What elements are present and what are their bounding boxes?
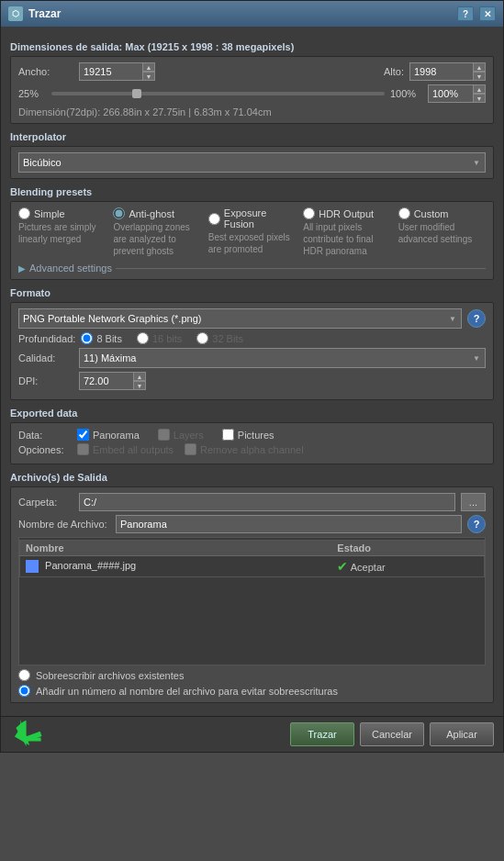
- embed-check-item: Embed all outputs: [77, 443, 174, 455]
- calidad-select[interactable]: 11) Máxima: [79, 348, 486, 368]
- format-info-button[interactable]: ?: [467, 309, 486, 328]
- profundidad-row: Profundidad: 8 Bits 16 bits 32 Bits: [18, 332, 486, 344]
- depth-32bit-radio[interactable]: [196, 332, 208, 344]
- preset-exposure-radio[interactable]: [208, 213, 220, 225]
- trazar-button[interactable]: Trazar: [290, 722, 354, 746]
- alto-down-btn[interactable]: ▼: [473, 72, 486, 81]
- output-dims-title: Dimensiones de salida: Max (19215 x 1998…: [10, 41, 494, 52]
- layers-check-item: Layers: [158, 429, 204, 441]
- preset-hdr-name: HDR Output: [319, 208, 374, 219]
- calidad-select-wrapper: 11) Máxima: [79, 348, 486, 368]
- nombre-info-button[interactable]: ?: [467, 515, 486, 533]
- depth-8bit-radio[interactable]: [81, 332, 93, 344]
- embed-checkbox[interactable]: [77, 443, 89, 455]
- format-select-wrapper: PNG Portable Network Graphics (*.png): [18, 308, 462, 329]
- pictures-check-item: Pictures: [222, 429, 274, 441]
- depth-16bit: 16 bits: [137, 332, 182, 344]
- pct-up-btn[interactable]: ▲: [473, 84, 486, 94]
- file-status-cell: ✔ Aceptar: [331, 556, 484, 577]
- remove-alpha-label: Remove alpha channel: [200, 444, 304, 455]
- pct-down-btn[interactable]: ▼: [473, 94, 486, 103]
- output-dims-box: Ancho: ▲ ▼ Alto: ▲ ▼: [10, 56, 494, 124]
- panorama-checkbox[interactable]: [77, 429, 89, 441]
- preset-simple-name: Simple: [34, 208, 65, 219]
- pct-left-label: 25%: [18, 88, 46, 99]
- col-nombre: Nombre: [20, 541, 332, 556]
- depth-radio-group: 8 Bits 16 bits 32 Bits: [81, 332, 243, 344]
- close-button[interactable]: ✕: [479, 6, 496, 21]
- advanced-settings-toggle[interactable]: ▶: [18, 263, 26, 274]
- nombre-input[interactable]: [116, 515, 462, 533]
- archivo-salida-title: Archivo(s) de Salida: [10, 472, 494, 483]
- dpi-down-btn[interactable]: ▼: [133, 381, 146, 390]
- preset-custom-radio[interactable]: [398, 207, 410, 219]
- advanced-settings-label: Advanced settings: [29, 263, 112, 274]
- add-number-radio-row: Añadir un número al nombre del archivo p…: [18, 685, 486, 697]
- titlebar: ⬡ Trazar ? ✕: [1, 1, 503, 27]
- alto-up-btn[interactable]: ▲: [473, 62, 486, 72]
- overwrite-label: Sobreescribir archivos existentes: [36, 670, 184, 681]
- help-button[interactable]: ?: [457, 6, 474, 21]
- data-row: Data: Panorama Layers Pictures: [18, 429, 486, 441]
- panorama-check-item: Panorama: [77, 429, 140, 441]
- exported-data-box: Data: Panorama Layers Pictures Opciones:: [10, 422, 494, 464]
- preset-simple: Simple Pictures are simply linearly merg…: [18, 207, 106, 257]
- browse-button[interactable]: ...: [461, 493, 486, 511]
- nombre-row: Nombre de Archivo: ?: [18, 515, 486, 533]
- overwrite-radio-row: Sobreescribir archivos existentes: [18, 669, 486, 681]
- preset-simple-radio[interactable]: [18, 207, 30, 219]
- format-select[interactable]: PNG Portable Network Graphics (*.png): [18, 308, 462, 329]
- preset-hdr-output: HDR Output All input pixels contribute t…: [303, 207, 390, 257]
- overwrite-radio[interactable]: [18, 669, 30, 681]
- interpolator-select[interactable]: Bicúbico: [18, 152, 486, 173]
- layers-checkbox[interactable]: [158, 429, 170, 441]
- alto-label: Alto:: [384, 66, 404, 77]
- arrow-icon: [10, 710, 47, 748]
- col-estado: Estado: [331, 541, 484, 556]
- preset-exposure-name: Exposure Fusion: [224, 207, 296, 229]
- remove-alpha-check-item: Remove alpha channel: [185, 443, 304, 455]
- zoom-slider[interactable]: [51, 92, 385, 95]
- preset-custom-desc: User modified advanced settings: [398, 221, 486, 245]
- alto-spinbox: ▲ ▼: [409, 62, 486, 81]
- preset-custom-name: Custom: [414, 208, 449, 219]
- embed-label: Embed all outputs: [93, 444, 174, 455]
- depth-16bit-label: 16 bits: [152, 333, 182, 344]
- ancho-spinbox: ▲ ▼: [79, 62, 155, 81]
- carpeta-row: Carpeta: ...: [18, 493, 486, 511]
- depth-8bit: 8 Bits: [81, 332, 122, 344]
- ancho-down-btn[interactable]: ▼: [142, 72, 155, 81]
- preset-anti-ghost-radio[interactable]: [113, 207, 125, 219]
- ancho-input[interactable]: [79, 62, 143, 81]
- blending-box: Simple Pictures are simply linearly merg…: [10, 201, 494, 280]
- alto-input[interactable]: [409, 62, 474, 81]
- preset-custom: Custom User modified advanced settings: [398, 207, 486, 257]
- interpolator-title: Interpolator: [10, 131, 494, 142]
- aplicar-button[interactable]: Aplicar: [430, 722, 494, 746]
- advanced-settings-row: ▶ Advanced settings: [18, 263, 486, 274]
- depth-32bit-label: 32 Bits: [212, 333, 243, 344]
- data-label: Data:: [18, 430, 73, 441]
- preset-simple-desc: Pictures are simply linearly merged: [18, 221, 106, 245]
- depth-32bit: 32 Bits: [196, 332, 243, 344]
- opciones-label: Opciones:: [18, 444, 73, 455]
- add-number-radio[interactable]: [18, 685, 30, 697]
- pct-right-label: 100%: [390, 88, 422, 99]
- dpi-input[interactable]: [79, 372, 134, 390]
- preset-hdr-radio[interactable]: [303, 207, 315, 219]
- carpeta-input[interactable]: [79, 493, 455, 511]
- file-status: Aceptar: [351, 562, 386, 573]
- pictures-checkbox[interactable]: [222, 429, 234, 441]
- cancelar-button[interactable]: Cancelar: [360, 722, 424, 746]
- pct-input[interactable]: [428, 84, 474, 103]
- carpeta-label: Carpeta:: [18, 497, 73, 508]
- dpi-up-btn[interactable]: ▲: [133, 372, 146, 381]
- remove-alpha-checkbox[interactable]: [185, 443, 196, 455]
- file-icon: [26, 560, 39, 573]
- depth-16bit-radio[interactable]: [137, 332, 149, 344]
- file-name-cell: Panorama_####.jpg: [20, 556, 332, 577]
- ancho-up-btn[interactable]: ▲: [142, 62, 155, 72]
- add-number-label: Añadir un número al nombre del archivo p…: [36, 686, 338, 697]
- file-name: Panorama_####.jpg: [45, 560, 136, 571]
- panorama-label: Panorama: [93, 430, 140, 441]
